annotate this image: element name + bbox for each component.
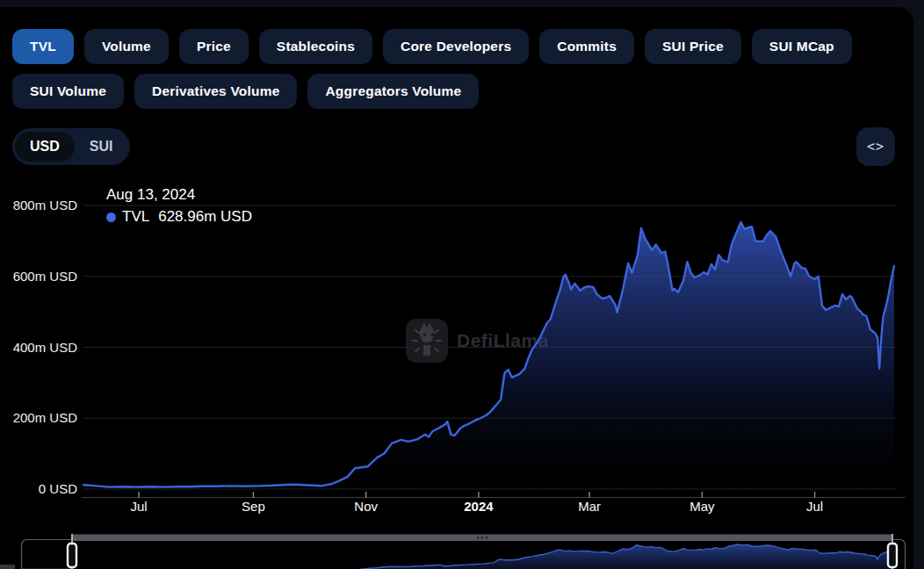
chart-panel: TVLVolumePriceStablecoinsCore Developers… (0, 7, 913, 569)
series-dot-icon (106, 212, 116, 222)
tab-derivatives-volume[interactable]: Derivatives Volume (134, 74, 297, 109)
x-axis-ticks (139, 492, 815, 498)
code-brackets-icon: <> (867, 139, 884, 155)
tab-aggregators-volume[interactable]: Aggregators Volume (307, 74, 479, 109)
y-axis-tick-label: 200m USD (0, 409, 77, 427)
x-axis-tick-label: Mar (558, 498, 621, 515)
currency-toggle: USD SUI (12, 128, 130, 165)
tab-volume[interactable]: Volume (84, 29, 169, 64)
currency-option-usd[interactable]: USD (15, 132, 75, 162)
currency-option-sui[interactable]: SUI (75, 132, 128, 162)
x-axis-tick-label: Jul (783, 498, 847, 515)
tvl-area-fill (83, 222, 894, 490)
tab-sui-volume[interactable]: SUI Volume (12, 74, 124, 109)
metric-tabs-row-2: SUI VolumeDerivatives VolumeAggregators … (12, 74, 479, 109)
y-axis-tick-label: 400m USD (0, 339, 77, 357)
x-axis-tick-label: Sep (221, 498, 285, 515)
datazoom-mini-area (72, 544, 892, 569)
x-axis-tick-label: Jul (107, 498, 170, 515)
x-axis-tick-label: Nov (335, 498, 398, 515)
x-axis-tick-label: May (670, 498, 733, 515)
tab-stablecoins[interactable]: Stablecoins (259, 29, 372, 64)
page: TVLVolumePriceStablecoinsCore Developers… (0, 0, 924, 569)
tvl-area-chart[interactable]: DefiLlama (0, 178, 913, 522)
tooltip-date: Aug 13, 2024 (106, 185, 252, 204)
tooltip-series-name: TVL (122, 208, 149, 226)
tab-tvl[interactable]: TVL (12, 29, 74, 64)
y-axis-tick-label: 600m USD (0, 268, 77, 285)
x-axis-tick-label: 2024 (447, 498, 510, 515)
tab-core-developers[interactable]: Core Developers (383, 29, 529, 64)
chart-tooltip: Aug 13, 2024 TVL 628.96m USD (106, 185, 252, 226)
y-axis-tick-label: 800m USD (0, 197, 77, 214)
background-artifact (0, 565, 15, 569)
defillama-watermark: DefiLlama (406, 319, 549, 363)
y-axis-tick-label: 0 USD (0, 480, 77, 498)
tab-price[interactable]: Price (179, 29, 249, 64)
tooltip-value: 628.96m USD (158, 208, 252, 226)
embed-chart-button[interactable]: <> (856, 127, 895, 166)
move-handle-grip-icon (477, 537, 488, 539)
tab-sui-price[interactable]: SUI Price (645, 29, 741, 64)
tab-commits[interactable]: Commits (539, 29, 634, 64)
tab-sui-mcap[interactable]: SUI MCap (752, 29, 852, 64)
metric-tabs-row-1: TVLVolumePriceStablecoinsCore Developers… (12, 29, 852, 64)
datazoom-slider[interactable] (0, 529, 913, 569)
